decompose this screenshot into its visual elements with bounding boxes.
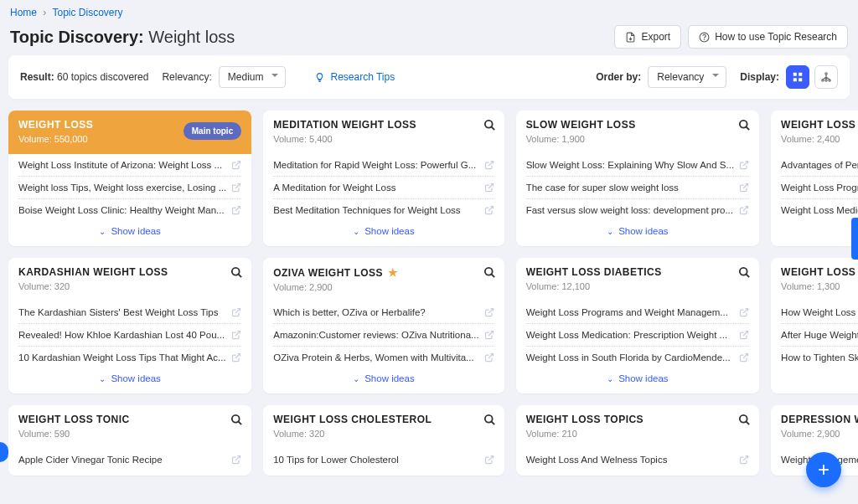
external-link-icon[interactable] (739, 183, 749, 193)
show-ideas-link[interactable]: ⌄Show ideas (771, 373, 858, 393)
result-label: Result: 60 topics discovered (20, 71, 148, 83)
grid-view-button[interactable] (786, 65, 809, 89)
relevancy-select[interactable]: Medium (219, 66, 287, 88)
article-item[interactable]: 10 Tips for Lower Cholesterol (273, 449, 494, 471)
title-prefix: Topic Discovery: (10, 28, 144, 46)
export-button[interactable]: Export (614, 25, 681, 49)
article-item[interactable]: Revealed! How Khloe Kardashian Lost 40 P… (18, 324, 241, 347)
article-item[interactable]: Boise Weight Loss Clinic: Healthy Weight… (18, 199, 241, 221)
search-icon[interactable] (483, 414, 496, 426)
article-item[interactable]: Weight Loss Medication: Prescription Wei… (526, 324, 749, 347)
search-icon[interactable] (738, 266, 751, 279)
article-item[interactable]: The Kardashian Sisters' Best Weight Loss… (18, 301, 241, 324)
chevron-down-icon: ⌄ (99, 227, 106, 236)
article-item[interactable]: Weight Loss Medication: Prescription Wei… (781, 199, 858, 221)
external-link-icon[interactable] (484, 330, 494, 340)
svg-line-40 (743, 309, 748, 314)
svg-point-13 (485, 121, 493, 128)
external-link-icon[interactable] (484, 183, 494, 193)
toolbar: Result: 60 topics discovered Relevancy: … (8, 55, 850, 99)
topic-volume: Volume: 320 (273, 429, 494, 439)
article-item[interactable]: Fast versus slow weight loss: developmen… (526, 199, 749, 221)
howto-button[interactable]: How to use Topic Research (688, 25, 848, 49)
svg-line-17 (488, 207, 494, 212)
external-link-icon[interactable] (739, 352, 749, 363)
external-link-icon[interactable] (739, 330, 749, 340)
article-item[interactable]: A Meditation for Weight Loss (273, 177, 494, 199)
article-item[interactable]: Weight Loss in South Florida by CardioMe… (526, 347, 749, 368)
external-link-icon[interactable] (484, 205, 494, 215)
external-link-icon[interactable] (739, 307, 749, 317)
external-link-icon[interactable] (231, 160, 241, 170)
topic-card: KARDASHIAN WEIGHT LOSSVolume: 320The Kar… (8, 258, 251, 393)
fab-add-button[interactable]: + (806, 452, 841, 487)
show-ideas-link[interactable]: ⌄Show ideas (8, 226, 251, 246)
svg-line-52 (491, 421, 494, 424)
external-link-icon[interactable] (231, 183, 241, 193)
article-item[interactable]: Slow Weight Loss: Explaining Why Slow An… (526, 154, 749, 177)
article-item[interactable]: Which is better, OZiva or Herbalife? (273, 301, 494, 324)
article-item[interactable]: Weight Loss And Welness Topics (526, 449, 749, 471)
show-ideas-link[interactable]: ⌄Show ideas (516, 373, 759, 393)
external-link-icon[interactable] (739, 160, 749, 170)
topic-volume: Volume: 12,100 (526, 281, 749, 291)
article-item[interactable]: Weight Loss Programs and Weight Managem.… (781, 177, 858, 199)
research-tips-link[interactable]: Research Tips (314, 71, 395, 83)
show-ideas-link[interactable]: ⌄Show ideas (263, 373, 504, 393)
external-link-icon[interactable] (739, 455, 749, 465)
topic-title: WEIGHT LOSS TOPICS (526, 414, 749, 425)
external-link-icon[interactable] (231, 330, 241, 340)
article-item[interactable]: How to Tighten Skin After Weight Loss (781, 347, 858, 368)
article-item[interactable]: OZiva Protein & Herbs, Women with Multiv… (273, 347, 494, 368)
search-icon[interactable] (738, 119, 751, 131)
external-link-icon[interactable] (231, 352, 241, 363)
svg-line-21 (743, 184, 748, 189)
search-icon[interactable] (230, 266, 243, 279)
article-item[interactable]: After Huge Weight Loss, Sagging Skin Rem… (781, 324, 858, 347)
article-item[interactable]: 10 Kardashian Weight Loss Tips That Migh… (18, 347, 241, 368)
orderby-select[interactable]: Relevancy (648, 66, 726, 88)
topic-card: WEIGHT LOSS DIABETICSVolume: 12,100Weigh… (516, 258, 759, 393)
topic-card: WEIGHT LOSS SKINVolume: 1,300How Weight … (771, 258, 858, 393)
external-link-icon[interactable] (231, 455, 241, 465)
tree-view-button[interactable] (814, 65, 838, 89)
article-item[interactable]: Amazonin:Customer reviews: OZiva Nutriti… (273, 324, 494, 347)
article-item[interactable]: Apple Cider Vinegar Tonic Recipe (18, 449, 241, 471)
svg-line-11 (235, 184, 240, 189)
article-item[interactable]: The case for super slow weight loss (526, 177, 749, 199)
external-link-icon[interactable] (484, 307, 494, 317)
side-feedback-tab[interactable] (851, 218, 858, 260)
svg-line-12 (235, 207, 240, 212)
svg-point-51 (485, 415, 493, 423)
article-item[interactable]: Weight Loss Institute of Arizona: Weight… (18, 154, 241, 177)
article-item[interactable]: Meditation for Rapid Weight Loss: Powerf… (273, 154, 494, 177)
svg-line-42 (743, 354, 748, 359)
topic-volume: Volume: 2,900 (781, 429, 858, 439)
show-ideas-link[interactable]: ⌄Show ideas (771, 226, 858, 246)
svg-line-20 (743, 162, 748, 167)
external-link-icon[interactable] (231, 205, 241, 215)
search-icon[interactable] (483, 119, 496, 131)
search-icon[interactable] (230, 414, 243, 426)
article-item[interactable]: Weight loss Tips, Weight loss exercise, … (18, 177, 241, 199)
article-item[interactable]: Weight Loss Programs and Weight Managem.… (526, 301, 749, 324)
topic-card: MEDITATION WEIGHT LOSSVolume: 5,400Medit… (263, 111, 504, 246)
article-item[interactable]: How Weight Loss Affects Your Skin (781, 301, 858, 324)
external-link-icon[interactable] (484, 160, 494, 170)
svg-rect-5 (799, 78, 802, 81)
show-ideas-link[interactable]: ⌄Show ideas (8, 373, 251, 393)
article-item[interactable]: Best Meditation Techniques for Weight Lo… (273, 199, 494, 221)
article-item[interactable]: Advantages of Percent Weight Loss as a M… (781, 154, 858, 177)
search-icon[interactable] (738, 414, 751, 426)
breadcrumb: Home › Topic Discovery (0, 0, 858, 25)
external-link-icon[interactable] (739, 205, 749, 215)
breadcrumb-home[interactable]: Home (10, 7, 37, 18)
svg-point-38 (740, 268, 747, 275)
svg-line-14 (491, 126, 494, 130)
show-ideas-link[interactable]: ⌄Show ideas (263, 226, 504, 246)
external-link-icon[interactable] (484, 352, 494, 363)
external-link-icon[interactable] (484, 455, 494, 465)
show-ideas-link[interactable]: ⌄Show ideas (516, 226, 759, 246)
external-link-icon[interactable] (231, 307, 241, 317)
search-icon[interactable] (483, 266, 496, 279)
